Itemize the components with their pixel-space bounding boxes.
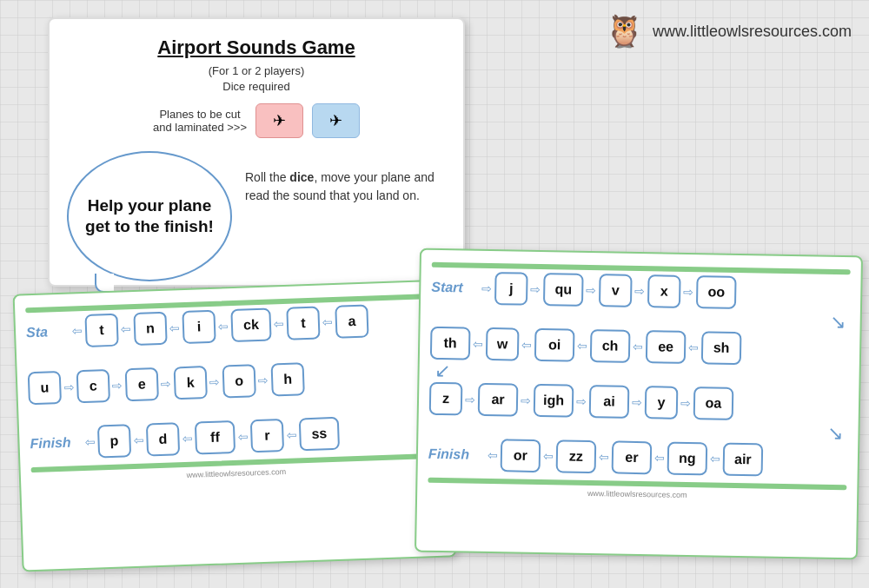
arrow: ⇦ <box>322 315 334 329</box>
sound-ck: ck <box>230 307 271 342</box>
arrow: ⇦ <box>521 338 532 352</box>
sound-ee: ee <box>646 330 687 364</box>
sound-e: e <box>125 367 159 401</box>
sound-th: th <box>430 327 471 360</box>
top-right-branding: 🦉 www.littleowlsresources.com <box>605 13 852 50</box>
sound-ng: ng <box>667 442 708 476</box>
arrow: ⇦ <box>121 322 132 336</box>
arrow: ⇦ <box>633 340 643 353</box>
sound-u: u <box>28 371 62 405</box>
sound-ai: ai <box>589 385 630 419</box>
sound-v: v <box>599 274 633 307</box>
sound-er: er <box>612 440 653 474</box>
board-row-r4: Finish ⇦ or ⇦ zz ⇦ er ⇦ ng ⇦ air <box>428 438 848 478</box>
arrow: ⇦ <box>488 448 498 462</box>
arrow: ⇦ <box>133 433 144 447</box>
sound-ff: ff <box>195 420 235 455</box>
arrow: ⇦ <box>688 340 699 354</box>
arrow: ⇦ <box>218 319 229 333</box>
planes-label: Planes to be cutand laminated >>> <box>153 108 247 134</box>
owl-icon: 🦉 <box>605 13 644 50</box>
sound-qu: qu <box>543 273 584 307</box>
game-subtitle: (For 1 or 2 players) Dice required <box>67 63 446 95</box>
arrow: ⇦ <box>599 450 609 464</box>
arrow: ⇦ <box>72 324 83 338</box>
arrow: ⇦ <box>543 449 554 463</box>
sound-p: p <box>97 424 131 458</box>
sound-ar: ar <box>478 383 519 417</box>
sound-sh: sh <box>701 331 742 365</box>
arrow: ⇦ <box>84 435 96 449</box>
sound-z: z <box>429 382 463 416</box>
website-url: www.littleowlsresources.com <box>653 23 852 41</box>
sound-k: k <box>174 366 208 400</box>
arrow: ⇦ <box>710 452 720 466</box>
start-label-right: Start <box>431 280 479 296</box>
arrow: ⇦ <box>654 451 665 465</box>
board-right: Start ⇨ j ⇨ qu ⇨ v ⇨ x ⇨ oo ↘ th ⇦ w ⇦ o… <box>415 248 863 560</box>
sound-oo: oo <box>696 275 737 309</box>
speech-main-text: Help your plane get to the finish! <box>82 195 217 238</box>
arrow: ⇦ <box>577 339 587 353</box>
sound-i: i <box>182 310 216 344</box>
arrow: ⇨ <box>680 396 691 410</box>
sound-y: y <box>645 386 679 420</box>
arrow: ⇦ <box>182 432 193 446</box>
board-left: Sta ⇦ t ⇦ n ⇦ i ⇦ ck ⇦ t ⇦ a ↙ u ⇨ c ⇨ e… <box>13 279 457 571</box>
sound-ss: ss <box>299 417 340 452</box>
arrow: ⇨ <box>530 282 541 296</box>
arrow: ⇨ <box>521 393 531 407</box>
arrow: ⇨ <box>258 373 269 387</box>
game-title: Airport Sounds Game <box>67 36 446 59</box>
dice-text: dice <box>289 170 314 184</box>
sound-or: or <box>501 439 541 472</box>
planes-row: Planes to be cutand laminated >>> ✈ ✈ <box>67 103 446 138</box>
arrow: ⇨ <box>576 394 587 408</box>
arrow: ⇦ <box>473 337 483 351</box>
sound-j: j <box>494 272 528 306</box>
sound-ch: ch <box>590 329 631 363</box>
sound-air: air <box>723 443 764 477</box>
start-label-left: Sta <box>26 324 70 341</box>
sound-t2: t <box>286 307 320 340</box>
arrow: ⇨ <box>161 377 172 391</box>
arrow: ⇦ <box>274 317 285 331</box>
sound-igh: igh <box>534 384 574 418</box>
sound-oi: oi <box>534 328 575 362</box>
sound-t: t <box>84 314 118 347</box>
arrow: ⇨ <box>683 285 693 299</box>
sound-n: n <box>133 312 167 346</box>
sound-r: r <box>250 419 284 453</box>
arrow: ⇨ <box>586 283 596 297</box>
sound-c: c <box>76 369 110 403</box>
arrow: ⇨ <box>465 393 475 406</box>
sound-x: x <box>647 274 681 308</box>
speech-bubble-secondary: Roll the dice, move your plane and read … <box>245 151 446 205</box>
speech-bubbles: Help your plane get to the finish! Roll … <box>67 151 446 281</box>
sound-o: o <box>222 364 256 398</box>
arrow: ⇨ <box>634 284 645 298</box>
arrow: ⇨ <box>481 281 492 295</box>
arrow: ⇦ <box>286 428 297 442</box>
plane-blue: ✈ <box>312 103 360 138</box>
instruction-card: Airport Sounds Game (For 1 or 2 players)… <box>48 17 465 287</box>
arrow: ⇨ <box>209 375 221 389</box>
arrow: ⇦ <box>237 429 249 443</box>
sound-w: w <box>486 327 520 361</box>
sound-h: h <box>271 362 305 396</box>
arrow: ⇨ <box>112 378 123 392</box>
plane-pink: ✈ <box>255 103 303 138</box>
finish-label-right: Finish <box>428 446 485 463</box>
sound-d: d <box>146 422 180 456</box>
arrow: ⇦ <box>169 320 181 334</box>
sound-a: a <box>335 305 368 339</box>
arrow: ⇨ <box>632 395 642 409</box>
arrow: ⇨ <box>63 380 75 393</box>
sound-zz: zz <box>556 439 597 473</box>
sound-oa: oa <box>693 386 734 420</box>
speech-bubble-main: Help your plane get to the finish! <box>67 151 232 281</box>
finish-label-left: Finish <box>30 434 83 452</box>
